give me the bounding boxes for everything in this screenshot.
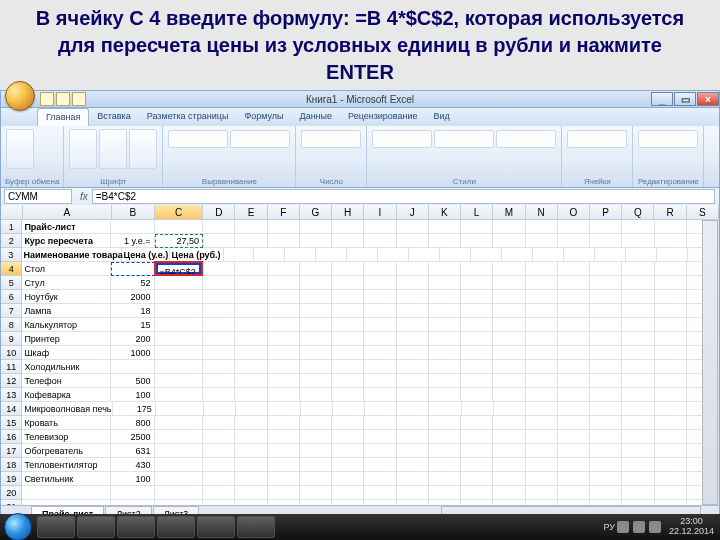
cell[interactable]: 27,50 [155,234,204,248]
cell[interactable] [155,220,204,234]
cell[interactable] [397,276,429,290]
cell[interactable]: Микроволновая печь [22,402,112,416]
cell[interactable] [332,276,364,290]
cell[interactable] [409,248,440,262]
cell[interactable] [203,220,235,234]
cell[interactable] [203,304,235,318]
cell[interactable]: =B4*C$2 [155,262,204,276]
cell[interactable]: 18 [111,304,154,318]
cell[interactable] [429,346,461,360]
cell[interactable] [235,332,267,346]
cell[interactable] [493,332,525,346]
cell[interactable] [461,262,493,276]
cell[interactable] [622,444,654,458]
cell[interactable] [155,486,204,500]
ribbon-button[interactable] [567,130,627,148]
tray-icon[interactable] [617,521,629,533]
cell[interactable] [655,458,687,472]
row-header[interactable]: 14 [1,402,22,416]
cell[interactable] [429,430,461,444]
cell[interactable] [332,332,364,346]
cell[interactable] [461,374,493,388]
cell[interactable] [526,332,558,346]
cell[interactable] [493,304,525,318]
cell[interactable] [155,360,204,374]
column-header[interactable]: D [203,205,235,220]
cell[interactable] [622,458,654,472]
task-button[interactable] [157,516,195,538]
ribbon-button[interactable] [372,130,432,148]
cell[interactable] [493,346,525,360]
cell[interactable] [622,234,654,248]
cell[interactable] [300,472,332,486]
cell[interactable] [655,430,687,444]
ribbon-button[interactable] [99,129,127,169]
row-header[interactable]: 20 [1,486,22,500]
row-header[interactable]: 15 [1,416,22,430]
row-header[interactable]: 11 [1,360,22,374]
cell[interactable] [156,402,204,416]
row-header[interactable]: 18 [1,458,22,472]
cell[interactable] [268,332,300,346]
cell[interactable] [622,290,654,304]
cell[interactable] [461,304,493,318]
start-button[interactable] [4,513,32,540]
cell[interactable] [493,290,525,304]
row-header[interactable]: 12 [1,374,22,388]
cell[interactable] [558,318,590,332]
cell[interactable] [461,416,493,430]
cell[interactable] [526,360,558,374]
cell[interactable] [155,374,204,388]
cell[interactable] [364,276,396,290]
cell[interactable] [364,444,396,458]
cell[interactable] [622,416,654,430]
cell[interactable] [461,332,493,346]
cell[interactable] [502,248,533,262]
column-header[interactable]: O [558,205,590,220]
cell[interactable] [622,500,654,505]
cell[interactable] [300,486,332,500]
cell[interactable] [268,374,300,388]
cell[interactable] [461,388,493,402]
cell[interactable] [364,220,396,234]
cell[interactable] [462,402,494,416]
cell[interactable] [203,332,235,346]
cell[interactable] [268,262,300,276]
cell[interactable] [155,318,204,332]
cell[interactable] [268,290,300,304]
cell[interactable]: Обогреватель [22,444,111,458]
cell[interactable] [526,416,558,430]
ribbon-button[interactable] [69,129,97,169]
cell[interactable]: Кровать [22,416,111,430]
cell[interactable] [332,234,364,248]
cell[interactable] [235,444,267,458]
cell[interactable] [461,290,493,304]
cell[interactable] [333,402,365,416]
cell[interactable] [397,332,429,346]
cell[interactable] [397,472,429,486]
cell[interactable] [235,220,267,234]
row-header[interactable]: 21 [1,500,22,505]
cell[interactable] [155,444,204,458]
cell[interactable] [300,416,332,430]
cell[interactable] [364,332,396,346]
cell[interactable] [235,262,267,276]
cell[interactable] [203,360,235,374]
cell[interactable] [526,402,558,416]
window-close-button[interactable]: × [697,92,719,106]
cell[interactable] [364,430,396,444]
cell[interactable] [622,262,654,276]
cell[interactable] [590,374,622,388]
cell[interactable] [429,234,461,248]
cell[interactable] [332,346,364,360]
cell[interactable] [268,318,300,332]
cell[interactable] [626,248,657,262]
cell[interactable] [235,486,267,500]
cell[interactable] [300,458,332,472]
cell[interactable] [595,248,626,262]
cell[interactable] [558,486,590,500]
row-header[interactable]: 17 [1,444,22,458]
cell[interactable] [332,486,364,500]
cell[interactable] [332,290,364,304]
cell[interactable] [493,276,525,290]
